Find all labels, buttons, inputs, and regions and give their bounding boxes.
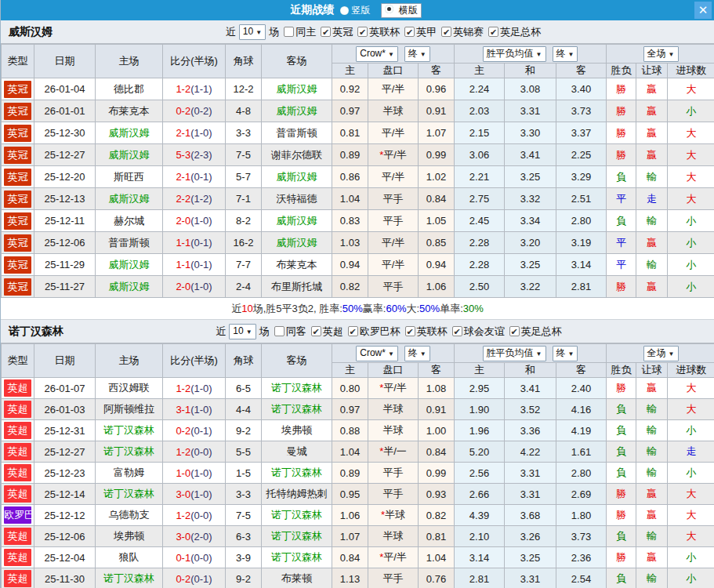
cell-result: 負 [607, 463, 636, 484]
avg-type-select[interactable]: 胜平负均值▼ [483, 46, 546, 62]
cell-odds-away: 1.08 [419, 378, 455, 399]
cell-score: 3-0(1-0) [163, 484, 226, 505]
cell-date: 25-12-06 [34, 232, 96, 254]
chevron-down-icon: ▼ [536, 350, 542, 358]
cell-handicap-result: 輸 [636, 254, 668, 276]
cell-home-team: 埃弗顿 [96, 526, 163, 547]
cell-league: 英超 [2, 484, 34, 505]
cell-goals-result: 大 [668, 144, 714, 166]
cell-away-team: 威斯汉姆 [262, 100, 332, 122]
fulltime-score: 2-1 [176, 171, 190, 183]
cell-odds-home: 0.84 [332, 547, 368, 568]
cell-handicap-result: 輸 [636, 441, 668, 463]
table-row: 英冠25-12-13威斯汉姆2-2(1-2)7-1沃特福德1.04平手0.842… [2, 188, 714, 210]
near-label: 近 [216, 325, 226, 339]
cell-avg-away: 3.19 [556, 232, 607, 254]
same-venue-checkbox[interactable] [274, 326, 285, 336]
cell-odds-away: 0.76 [419, 568, 455, 588]
cell-score: 5-3(2-3) [163, 144, 226, 166]
cell-avg-away: 2.36 [556, 547, 607, 568]
column-header: 主场 [96, 45, 163, 78]
avg-stage-select[interactable]: 终▼ [553, 346, 578, 361]
cell-corners: 12-2 [226, 78, 262, 100]
match-count-select[interactable]: 10▼ [229, 324, 256, 339]
league-checkbox[interactable] [404, 27, 415, 37]
same-venue-label: 同客 [286, 325, 306, 339]
title-bar: 近期战绩 竖版 横版 ✕ [1, 0, 714, 20]
cell-league: 英冠 [2, 166, 34, 188]
odds-stage-select[interactable]: 终▼ [404, 346, 430, 361]
cell-handicap: 平/半 [368, 78, 419, 100]
cell-handicap-result: 贏 [636, 100, 668, 122]
cell-away-team: 布里斯托城 [262, 276, 332, 298]
halftime-score: (1-0) [190, 215, 212, 227]
cell-avg-away: 2.81 [556, 276, 607, 298]
avg-stage-select[interactable]: 终▼ [553, 46, 578, 62]
cell-avg-away: 3.37 [556, 122, 607, 144]
cell-home-team: 布莱克本 [96, 100, 163, 122]
cell-odds-away: 1.06 [419, 276, 455, 298]
cell-odds-away: 0.84 [419, 441, 455, 463]
cell-handicap-result: 輸 [636, 526, 668, 547]
cell-handicap-result: 贏 [636, 547, 668, 568]
cell-score: 0-2(0-1) [163, 568, 226, 588]
sub-column-header: 胜负 [607, 363, 636, 378]
cell-date: 25-12-23 [34, 463, 96, 484]
period-select[interactable]: 全场▼ [643, 346, 679, 361]
match-count-select[interactable]: 10▼ [239, 24, 266, 40]
cell-odds-home: 1.04 [332, 441, 368, 463]
cell-date: 26-01-07 [34, 378, 96, 399]
cell-result: 勝 [607, 78, 636, 100]
cell-league: 英超 [2, 547, 34, 568]
cell-avg-home: 2.28 [455, 232, 505, 254]
avg-type-select[interactable]: 胜平负均值▼ [483, 346, 546, 361]
cell-goals-result: 小 [668, 100, 714, 122]
league-checkbox[interactable] [321, 27, 331, 37]
cell-goals-result: 小 [668, 210, 714, 232]
league-checkbox-label: 欧罗巴杯 [360, 325, 400, 339]
cell-home-team: 赫尔城 [96, 210, 163, 232]
cell-goals-result: 大 [668, 505, 714, 526]
handicap-value: 半球 [385, 509, 405, 521]
league-checkbox[interactable] [405, 326, 415, 336]
cell-avg-draw: 3.08 [505, 78, 556, 100]
fulltime-score: 2-0 [176, 281, 190, 292]
cell-score: 2-0(1-0) [163, 210, 226, 232]
cell-corners: 9-2 [226, 568, 262, 588]
league-checkbox[interactable] [488, 27, 498, 37]
cell-avg-home: 2.45 [455, 210, 505, 232]
close-icon[interactable]: ✕ [694, 2, 712, 19]
column-header: 比分(半场) [163, 45, 226, 78]
table-row: 英超26-01-03阿斯顿维拉3-1(1-0)4-4诺丁汉森林0.97半球0.9… [2, 399, 714, 420]
halftime-score: (0-1) [190, 237, 212, 249]
cell-away-team: 曼城 [262, 441, 332, 463]
cell-date: 25-12-30 [34, 122, 96, 144]
league-checkbox-label: 英足总杯 [500, 25, 541, 39]
radio-vertical-layout[interactable]: 竖版 [340, 4, 370, 17]
league-checkbox[interactable] [357, 27, 368, 37]
same-venue-checkbox[interactable] [284, 27, 294, 37]
league-checkbox[interactable] [348, 326, 358, 336]
column-header: 比分(半场) [163, 344, 226, 378]
radio-horizontal-layout[interactable]: 横版 [381, 3, 421, 18]
header-row-groups: 类型日期主场比分(半场)角球客场Crow*▼终▼胜平负均值▼终▼全场▼ [2, 45, 714, 64]
league-badge: 英冠 [4, 256, 31, 274]
sub-column-header: 客 [556, 64, 607, 78]
team-name: 威斯汉姆 [9, 25, 53, 39]
bookmaker-select[interactable]: Crow*▼ [356, 46, 398, 62]
bookmaker-select[interactable]: Crow*▼ [356, 346, 398, 361]
cell-date: 25-11-29 [34, 254, 96, 276]
period-select[interactable]: 全场▼ [643, 46, 679, 62]
cell-goals-result: 大 [668, 399, 714, 420]
cell-avg-draw: 3.41 [505, 144, 556, 166]
league-badge: 英冠 [4, 234, 31, 252]
table-row: 英超25-12-06埃弗顿3-0(2-0)6-3诺丁汉森林1.07半球0.812… [2, 526, 714, 547]
sub-column-header: 盘口 [368, 64, 419, 78]
league-checkbox[interactable] [441, 27, 451, 37]
league-checkbox[interactable] [452, 326, 462, 336]
sub-column-header: 进球数 [668, 64, 714, 78]
cell-away-team: 沃特福德 [262, 188, 332, 210]
odds-stage-select[interactable]: 终▼ [404, 46, 430, 62]
league-checkbox[interactable] [509, 326, 520, 336]
league-checkbox[interactable] [311, 326, 321, 336]
